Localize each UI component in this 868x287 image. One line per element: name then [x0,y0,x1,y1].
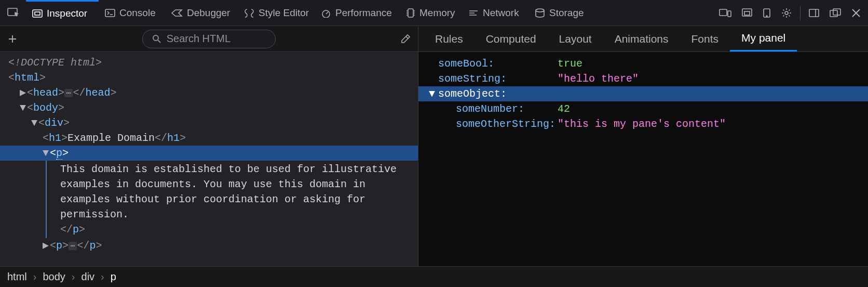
svg-rect-17 [833,9,840,15]
svg-rect-7 [720,9,727,16]
h1-node[interactable]: <h1>Example Domain</h1> [5,131,418,146]
tab-storage[interactable]: Storage [528,0,591,25]
svg-rect-3 [105,9,115,17]
tab-label: Memory [419,7,455,19]
console-icon [105,9,115,17]
pick-element-button[interactable] [2,0,26,25]
crumb-div[interactable]: div [82,271,95,283]
svg-rect-8 [728,11,731,17]
memory-icon [406,8,415,18]
svg-rect-2 [35,12,40,15]
tab-style-editor[interactable]: Style Editor [238,0,315,25]
tab-console[interactable]: Console [99,0,165,25]
tab-label: Console [119,7,156,19]
doctype-node[interactable]: <!DOCTYPE html> [8,57,102,69]
search-html-input[interactable]: Search HTML [142,30,276,48]
markup-tree[interactable]: <!DOCTYPE html> <html> ▶<head>⋯</head> ▼… [0,52,418,266]
svg-point-18 [153,35,158,41]
p-node-selected[interactable]: ▼<p> [0,146,418,161]
tab-inspector[interactable]: Inspector [26,0,99,25]
svg-point-13 [785,11,788,15]
storage-icon [535,8,545,18]
responsive-design-button[interactable] [714,0,737,25]
svg-rect-1 [33,10,42,17]
div-node[interactable]: ▼<div> [5,115,418,131]
object-inspector: someBool: true someString: "hello there"… [418,52,868,266]
obj-row-someOtherString[interactable]: someOtherString: "this is my pane's cont… [418,116,868,132]
network-icon [468,9,479,17]
tab-label: Debugger [187,7,230,19]
debugger-icon [171,9,183,17]
markup-panel: Search HTML <!DOCTYPE html> <html> ▶<hea… [0,26,418,266]
p-text-content[interactable]: This domain is established to be used fo… [46,161,409,238]
iframe-picker-button[interactable] [737,0,757,25]
inspector-icon [32,9,43,18]
breadcrumbs: html› body› div› p [0,266,868,287]
style-editor-icon [244,8,254,18]
obj-row-someObject[interactable]: ▼ someObject: [418,86,868,101]
tab-label: Performance [335,7,392,19]
tab-computed[interactable]: Computed [474,26,548,51]
tab-label: Style Editor [259,7,309,19]
tab-fonts[interactable]: Fonts [680,26,730,51]
head-node[interactable]: ▶<head>⋯</head> [5,85,418,100]
tab-label: Inspector [47,8,87,19]
sidebar-tabs: Rules Computed Layout Animations Fonts M… [418,26,868,52]
add-element-button[interactable] [5,32,20,46]
tab-label: Network [483,7,519,19]
search-placeholder: Search HTML [167,33,230,45]
crumb-html[interactable]: html [7,271,27,283]
dock-side-button[interactable] [804,0,824,25]
html-node[interactable]: <html> [5,70,418,85]
tab-performance[interactable]: Performance [315,0,400,25]
obj-row-someNumber[interactable]: someNumber: 42 [418,101,868,116]
svg-point-6 [536,9,544,12]
p2-node[interactable]: ▶<p>⋯</p> [5,238,418,253]
devtools-toolbar: Inspector Console Debugger Style Editor … [0,0,868,26]
performance-icon [321,8,331,18]
tab-label: Storage [549,7,584,19]
tab-memory[interactable]: Memory [400,0,462,25]
close-button[interactable] [846,0,866,25]
tab-layout[interactable]: Layout [548,26,603,51]
sidebar-panel: Rules Computed Layout Animations Fonts M… [418,26,868,266]
separate-window-button[interactable] [824,0,846,25]
svg-rect-5 [408,9,413,17]
screenshot-button[interactable] [757,0,776,25]
svg-rect-10 [744,11,750,15]
tab-my-panel[interactable]: My panel [730,26,797,51]
tab-network[interactable]: Network [462,0,528,25]
svg-rect-16 [830,10,837,17]
crumb-body[interactable]: body [43,271,65,283]
body-node[interactable]: ▼<body> [5,100,418,115]
svg-point-12 [766,16,767,17]
search-icon [152,34,161,44]
tab-rules[interactable]: Rules [424,26,474,51]
svg-rect-14 [809,9,819,17]
obj-row-someBool[interactable]: someBool: true [418,56,868,71]
tab-debugger[interactable]: Debugger [165,0,238,25]
crumb-p[interactable]: p [111,271,116,283]
tab-animations[interactable]: Animations [603,26,680,51]
settings-button[interactable] [776,0,797,25]
obj-row-someString[interactable]: someString: "hello there" [418,71,868,86]
eyedropper-button[interactable] [398,32,413,46]
